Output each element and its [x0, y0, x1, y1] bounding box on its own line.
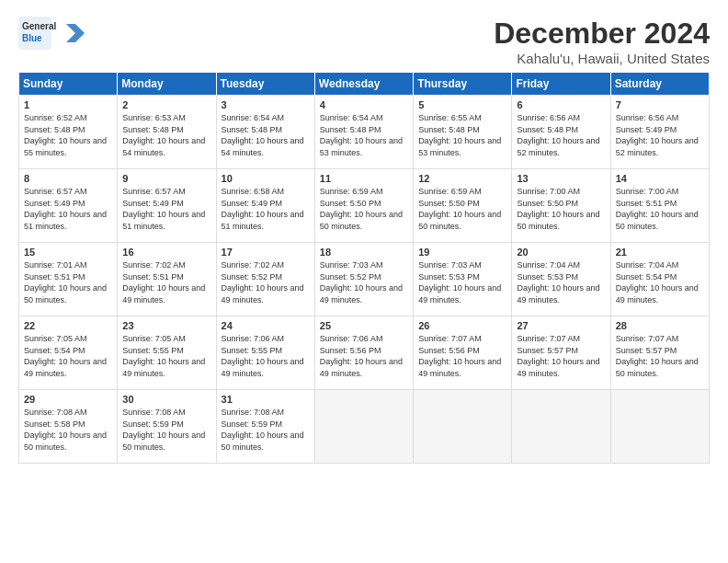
day-info: Sunrise: 7:08 AMSunset: 5:59 PMDaylight:…	[122, 407, 210, 453]
day-info: Sunrise: 7:06 AMSunset: 5:55 PMDaylight:…	[222, 333, 310, 379]
day-info: Sunrise: 6:55 AMSunset: 5:48 PMDaylight:…	[418, 112, 506, 158]
day-info: Sunrise: 7:00 AMSunset: 5:50 PMDaylight:…	[517, 186, 605, 232]
day-info: Sunrise: 6:58 AMSunset: 5:49 PMDaylight:…	[222, 186, 310, 232]
day-number: 24	[222, 320, 310, 331]
table-row: 13 Sunrise: 7:00 AMSunset: 5:50 PMDaylig…	[512, 169, 610, 243]
day-info: Sunrise: 6:54 AMSunset: 5:48 PMDaylight:…	[222, 112, 310, 158]
day-number: 5	[418, 99, 506, 110]
table-row: 18 Sunrise: 7:03 AMSunset: 5:52 PMDaylig…	[314, 243, 413, 316]
day-number: 16	[122, 247, 210, 258]
day-number: 1	[24, 99, 112, 110]
calendar-week-row: 15 Sunrise: 7:01 AMSunset: 5:51 PMDaylig…	[19, 243, 710, 316]
day-info: Sunrise: 7:03 AMSunset: 5:53 PMDaylight:…	[418, 259, 506, 305]
table-row: 12 Sunrise: 6:59 AMSunset: 5:50 PMDaylig…	[414, 169, 512, 243]
day-info: Sunrise: 7:05 AMSunset: 5:55 PMDaylight:…	[122, 333, 210, 379]
day-number: 18	[320, 247, 408, 258]
location-title: Kahalu'u, Hawaii, United States	[494, 51, 710, 66]
day-number: 10	[222, 173, 310, 184]
day-info: Sunrise: 6:57 AMSunset: 5:49 PMDaylight:…	[122, 186, 210, 232]
day-info: Sunrise: 6:56 AMSunset: 5:48 PMDaylight:…	[517, 112, 605, 158]
table-row: 9 Sunrise: 6:57 AMSunset: 5:49 PMDayligh…	[118, 169, 216, 243]
table-row: 22 Sunrise: 7:05 AMSunset: 5:54 PMDaylig…	[19, 316, 118, 390]
day-number: 3	[222, 99, 310, 110]
day-number: 14	[616, 173, 704, 184]
day-number: 26	[418, 320, 506, 331]
day-number: 31	[222, 394, 310, 405]
table-row: 3 Sunrise: 6:54 AMSunset: 5:48 PMDayligh…	[216, 96, 314, 169]
table-row: 10 Sunrise: 6:58 AMSunset: 5:49 PMDaylig…	[216, 169, 314, 243]
day-number: 15	[24, 247, 112, 258]
table-row: 7 Sunrise: 6:56 AMSunset: 5:49 PMDayligh…	[610, 96, 709, 169]
table-row: 14 Sunrise: 7:00 AMSunset: 5:51 PMDaylig…	[610, 169, 709, 243]
table-row: 26 Sunrise: 7:07 AMSunset: 5:56 PMDaylig…	[414, 316, 512, 390]
day-info: Sunrise: 6:59 AMSunset: 5:50 PMDaylight:…	[418, 186, 506, 232]
day-number: 6	[517, 99, 605, 110]
table-row: 28 Sunrise: 7:07 AMSunset: 5:57 PMDaylig…	[610, 316, 709, 390]
table-row: 11 Sunrise: 6:59 AMSunset: 5:50 PMDaylig…	[314, 169, 413, 243]
table-row: 27 Sunrise: 7:07 AMSunset: 5:57 PMDaylig…	[512, 316, 610, 390]
day-info: Sunrise: 7:01 AMSunset: 5:51 PMDaylight:…	[24, 259, 112, 305]
table-row: 29 Sunrise: 7:08 AMSunset: 5:58 PMDaylig…	[19, 390, 118, 464]
table-row: 24 Sunrise: 7:06 AMSunset: 5:55 PMDaylig…	[216, 316, 314, 390]
table-row: 31 Sunrise: 7:08 AMSunset: 5:59 PMDaylig…	[216, 390, 314, 464]
day-number: 8	[24, 173, 112, 184]
table-row	[314, 390, 413, 464]
day-number: 28	[616, 320, 704, 331]
table-row: 25 Sunrise: 7:06 AMSunset: 5:56 PMDaylig…	[314, 316, 413, 390]
day-info: Sunrise: 7:04 AMSunset: 5:54 PMDaylight:…	[616, 259, 704, 305]
day-info: Sunrise: 7:07 AMSunset: 5:57 PMDaylight:…	[616, 333, 704, 379]
day-number: 20	[517, 247, 605, 258]
header-friday: Friday	[512, 73, 610, 96]
calendar-week-row: 29 Sunrise: 7:08 AMSunset: 5:58 PMDaylig…	[19, 390, 710, 464]
day-info: Sunrise: 7:06 AMSunset: 5:56 PMDaylight:…	[320, 333, 408, 379]
day-info: Sunrise: 7:08 AMSunset: 5:58 PMDaylight:…	[24, 407, 112, 453]
day-number: 23	[122, 320, 210, 331]
header-tuesday: Tuesday	[216, 73, 314, 96]
day-info: Sunrise: 7:00 AMSunset: 5:51 PMDaylight:…	[616, 186, 704, 232]
day-number: 21	[616, 247, 704, 258]
day-info: Sunrise: 6:52 AMSunset: 5:48 PMDaylight:…	[24, 112, 112, 158]
table-row: 23 Sunrise: 7:05 AMSunset: 5:55 PMDaylig…	[118, 316, 216, 390]
day-info: Sunrise: 6:53 AMSunset: 5:48 PMDaylight:…	[122, 112, 210, 158]
table-row: 5 Sunrise: 6:55 AMSunset: 5:48 PMDayligh…	[414, 96, 512, 169]
day-info: Sunrise: 7:04 AMSunset: 5:53 PMDaylight:…	[517, 259, 605, 305]
table-row: 6 Sunrise: 6:56 AMSunset: 5:48 PMDayligh…	[512, 96, 610, 169]
day-info: Sunrise: 7:02 AMSunset: 5:52 PMDaylight:…	[222, 259, 310, 305]
header-sunday: Sunday	[19, 73, 118, 96]
day-number: 25	[320, 320, 408, 331]
day-info: Sunrise: 6:57 AMSunset: 5:49 PMDaylight:…	[24, 186, 112, 232]
table-row: 15 Sunrise: 7:01 AMSunset: 5:51 PMDaylig…	[19, 243, 118, 316]
day-number: 22	[24, 320, 112, 331]
header-wednesday: Wednesday	[314, 73, 413, 96]
calendar: Sunday Monday Tuesday Wednesday Thursday…	[18, 72, 710, 464]
day-number: 19	[418, 247, 506, 258]
header-monday: Monday	[118, 73, 216, 96]
title-block: December 2024 Kahalu'u, Hawaii, United S…	[494, 17, 710, 66]
svg-text:Blue: Blue	[22, 33, 42, 43]
day-number: 29	[24, 394, 112, 405]
header-thursday: Thursday	[414, 73, 512, 96]
header: General Blue December 2024 Kahalu'u, Haw…	[18, 17, 710, 66]
table-row: 8 Sunrise: 6:57 AMSunset: 5:49 PMDayligh…	[19, 169, 118, 243]
day-number: 13	[517, 173, 605, 184]
table-row	[414, 390, 512, 464]
table-row: 4 Sunrise: 6:54 AMSunset: 5:48 PMDayligh…	[314, 96, 413, 169]
day-number: 7	[616, 99, 704, 110]
day-number: 2	[122, 99, 210, 110]
day-number: 27	[517, 320, 605, 331]
day-number: 17	[222, 247, 310, 258]
day-number: 11	[320, 173, 408, 184]
table-row: 16 Sunrise: 7:02 AMSunset: 5:51 PMDaylig…	[118, 243, 216, 316]
day-info: Sunrise: 6:59 AMSunset: 5:50 PMDaylight:…	[320, 186, 408, 232]
logo: General Blue	[18, 17, 92, 50]
day-info: Sunrise: 7:02 AMSunset: 5:51 PMDaylight:…	[122, 259, 210, 305]
day-number: 30	[122, 394, 210, 405]
calendar-week-row: 1 Sunrise: 6:52 AMSunset: 5:48 PMDayligh…	[19, 96, 710, 169]
table-row: 17 Sunrise: 7:02 AMSunset: 5:52 PMDaylig…	[216, 243, 314, 316]
table-row: 19 Sunrise: 7:03 AMSunset: 5:53 PMDaylig…	[414, 243, 512, 316]
table-row: 30 Sunrise: 7:08 AMSunset: 5:59 PMDaylig…	[118, 390, 216, 464]
month-title: December 2024	[494, 17, 710, 51]
day-info: Sunrise: 7:08 AMSunset: 5:59 PMDaylight:…	[222, 407, 310, 453]
calendar-week-row: 22 Sunrise: 7:05 AMSunset: 5:54 PMDaylig…	[19, 316, 710, 390]
day-info: Sunrise: 7:07 AMSunset: 5:56 PMDaylight:…	[418, 333, 506, 379]
